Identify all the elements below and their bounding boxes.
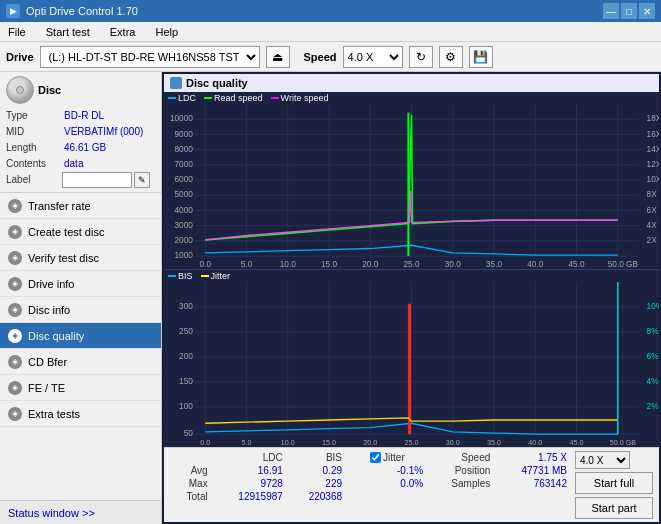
disc-length-row: Length 46.61 GB [6,140,155,156]
svg-text:100: 100 [179,401,193,411]
nav-verify-test-disc-label: Verify test disc [28,252,99,264]
title-bar: ▶ Opti Drive Control 1.70 — □ ✕ [0,0,661,22]
svg-text:4%: 4% [647,376,659,386]
label-input[interactable] [62,172,132,188]
stat-header-speed-val: 1.75 X [494,451,571,464]
svg-text:12X: 12X [647,159,659,169]
nav-disc-quality-label: Disc quality [28,330,84,342]
bis-legend-label: BIS [178,271,193,281]
svg-text:14X: 14X [647,144,659,154]
svg-text:35.0: 35.0 [486,259,502,267]
stat-total-bis: 220368 [287,490,346,503]
svg-text:6000: 6000 [175,174,194,184]
svg-text:150: 150 [179,376,193,386]
left-panel: Disc Type BD-R DL MID VERBATIMf (000) Le… [0,72,162,524]
nav-create-test-disc[interactable]: ◈ Create test disc [0,219,161,245]
menu-start-test[interactable]: Start test [42,24,94,40]
type-value: BD-R DL [64,108,104,124]
stat-avg-jitter: -0.1% [366,464,427,477]
svg-text:15.0: 15.0 [322,438,336,445]
legend-ldc: LDC [168,93,196,103]
stat-avg-empty [346,464,366,477]
menu-extra[interactable]: Extra [106,24,140,40]
stat-avg-bis: 0.29 [287,464,346,477]
nav-transfer-rate-label: Transfer rate [28,200,91,212]
svg-text:20.0: 20.0 [363,438,377,445]
close-button[interactable]: ✕ [639,3,655,19]
jitter-checkbox[interactable] [370,452,381,463]
stat-avg-label: Avg [170,464,212,477]
svg-text:4X: 4X [647,220,657,230]
svg-text:25.0: 25.0 [403,259,419,267]
svg-text:10000: 10000 [170,113,193,123]
write-speed-legend-label: Write speed [281,93,329,103]
nav-transfer-rate[interactable]: ◈ Transfer rate [0,193,161,219]
settings-button[interactable]: ⚙ [439,46,463,68]
nav-list: ◈ Transfer rate ◈ Create test disc ◈ Ver… [0,193,161,500]
label-edit-button[interactable]: ✎ [134,172,150,188]
disc-info-icon: ◈ [8,303,22,317]
write-speed-legend-dot [271,97,279,99]
right-panel: Disc quality LDC Read speed Write s [162,72,661,524]
nav-drive-info[interactable]: ◈ Drive info [0,271,161,297]
svg-text:18X: 18X [647,113,659,123]
svg-text:20.0: 20.0 [362,259,378,267]
speed-select-row: 4.0 X [575,451,653,469]
fe-te-icon: ◈ [8,381,22,395]
drive-select[interactable]: (L:) HL-DT-ST BD-RE WH16NS58 TST4 [40,46,260,68]
cd-bfer-icon: ◈ [8,355,22,369]
chart1-container: LDC Read speed Write speed [164,92,659,270]
start-full-button[interactable]: Start full [575,472,653,494]
disc-contents-row: Contents data [6,156,155,172]
eject-button[interactable]: ⏏ [266,46,290,68]
menu-file[interactable]: File [4,24,30,40]
stat-samples-val: 763142 [494,477,571,490]
svg-text:2000: 2000 [175,235,194,245]
minimize-button[interactable]: — [603,3,619,19]
nav-fe-te-label: FE / TE [28,382,65,394]
nav-disc-quality[interactable]: ◈ Disc quality [0,323,161,349]
chart2-legend: BIS Jitter [164,270,659,282]
legend-bis: BIS [168,271,193,281]
refresh-button[interactable]: ↻ [409,46,433,68]
start-part-button[interactable]: Start part [575,497,653,519]
status-window[interactable]: Status window >> [0,500,161,524]
speed-select[interactable]: 4.0 X 1.0 X 2.0 X 6.0 X 8.0 X Max [343,46,403,68]
speed-label: Speed [304,51,337,63]
disc-label-label: Label [6,172,60,188]
svg-text:4000: 4000 [175,204,194,214]
start-buttons: 4.0 X Start full Start part [571,451,653,519]
stat-samples-label: Samples [427,477,494,490]
menu-help[interactable]: Help [151,24,182,40]
svg-text:6%: 6% [647,351,659,361]
length-label: Length [6,140,60,156]
nav-extra-tests[interactable]: ◈ Extra tests [0,401,161,427]
disc-label: Disc [38,84,61,96]
svg-text:9000: 9000 [175,128,194,138]
stat-header-speed-label: Speed [427,451,494,464]
stat-row-total: Total 12915987 220368 [170,490,571,503]
nav-verify-test-disc[interactable]: ◈ Verify test disc [0,245,161,271]
save-button[interactable]: 💾 [469,46,493,68]
nav-disc-info[interactable]: ◈ Disc info [0,297,161,323]
nav-extra-tests-label: Extra tests [28,408,80,420]
disc-quality-icon: ◈ [8,329,22,343]
jitter-legend-dot [201,275,209,277]
maximize-button[interactable]: □ [621,3,637,19]
nav-fe-te[interactable]: ◈ FE / TE [0,375,161,401]
ldc-legend-label: LDC [178,93,196,103]
stat-total-ldc: 12915987 [212,490,287,503]
stat-row-avg: Avg 16.91 0.29 -0.1% Position 47731 MB [170,464,571,477]
stat-position-label: Position [427,464,494,477]
svg-text:8%: 8% [647,326,659,336]
nav-cd-bfer[interactable]: ◈ CD Bfer [0,349,161,375]
speed-select-stats[interactable]: 4.0 X [575,451,630,469]
stat-header-bis: BIS [287,451,346,464]
jitter-label: Jitter [383,452,405,463]
chart1-legend: LDC Read speed Write speed [164,92,659,104]
drive-label: Drive [6,51,34,63]
stat-position-val: 47731 MB [494,464,571,477]
svg-text:25.0: 25.0 [404,438,418,445]
drive-info-icon: ◈ [8,277,22,291]
disc-label-row: Label ✎ [6,172,155,188]
